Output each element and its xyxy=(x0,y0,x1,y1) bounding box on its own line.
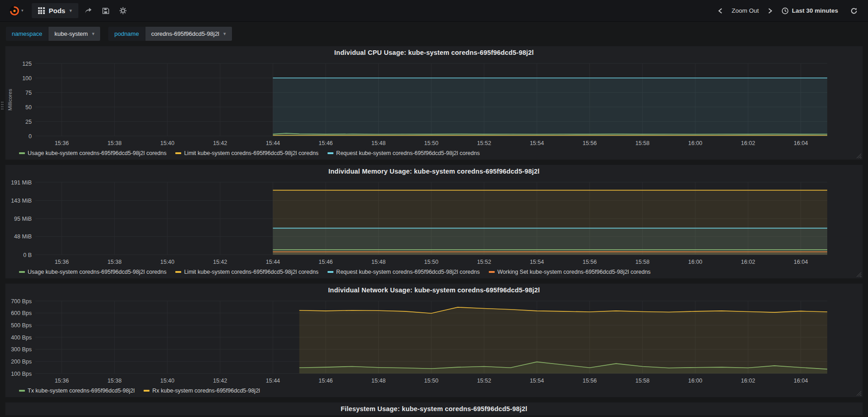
series-fill xyxy=(273,228,827,255)
variable-dropdown-namespace[interactable]: kube-system ▾ xyxy=(48,27,100,41)
svg-text:15:42: 15:42 xyxy=(213,259,227,265)
panel-legend: Tx kube-system coredns-695f96dcd5-98j2lR… xyxy=(5,387,863,397)
series-fill xyxy=(273,78,827,136)
legend-swatch-icon xyxy=(175,152,181,154)
legend-swatch-icon xyxy=(328,152,333,154)
svg-text:0 B: 0 B xyxy=(23,252,32,258)
svg-text:16:02: 16:02 xyxy=(741,259,755,265)
settings-button[interactable] xyxy=(115,3,131,18)
chevron-down-icon: ▾ xyxy=(92,31,95,36)
svg-text:15:42: 15:42 xyxy=(213,140,227,146)
legend-item[interactable]: Request kube-system coredns-695f96dcd5-9… xyxy=(328,269,480,275)
svg-text:100: 100 xyxy=(22,75,32,82)
panel-title[interactable]: Individual CPU Usage: kube-system coredn… xyxy=(5,46,863,59)
legend-item[interactable]: Working Set kube-system coredns-695f96dc… xyxy=(489,269,651,275)
legend-label: Usage kube-system coredns-695f96dcd5-98j… xyxy=(28,150,166,156)
legend-swatch-icon xyxy=(175,271,181,273)
legend-swatch-icon xyxy=(328,271,333,273)
svg-text:15:44: 15:44 xyxy=(266,259,280,265)
panel-drag-handle[interactable] xyxy=(1,101,4,110)
chevron-left-icon xyxy=(718,8,723,14)
svg-text:15:52: 15:52 xyxy=(477,140,491,146)
svg-text:125: 125 xyxy=(22,61,32,67)
svg-text:15:54: 15:54 xyxy=(530,378,544,384)
svg-text:15:40: 15:40 xyxy=(160,140,174,146)
svg-text:15:46: 15:46 xyxy=(318,259,333,265)
time-range-button[interactable]: Last 30 minutes xyxy=(778,4,842,18)
share-button[interactable] xyxy=(80,3,96,18)
svg-text:16:00: 16:00 xyxy=(688,259,702,265)
svg-text:100 Bps: 100 Bps xyxy=(11,371,32,377)
svg-text:16:00: 16:00 xyxy=(688,140,702,146)
time-controls: Zoom Out Last 30 minutes xyxy=(714,4,862,18)
svg-text:15:48: 15:48 xyxy=(371,378,386,384)
svg-text:0: 0 xyxy=(29,133,32,140)
svg-text:143 MiB: 143 MiB xyxy=(11,198,32,204)
panel-title[interactable]: Individual Network Usage: kube-system co… xyxy=(5,284,863,296)
variable-label-namespace: namespace xyxy=(6,27,48,41)
submenu-variables: namespace kube-system ▾ podname coredns-… xyxy=(0,22,868,46)
svg-text:500 Bps: 500 Bps xyxy=(11,322,32,329)
svg-text:95 MiB: 95 MiB xyxy=(14,216,32,222)
panel-memory-usage: Individual Memory Usage: kube-system cor… xyxy=(5,165,863,279)
panel-legend: Usage kube-system coredns-695f96dcd5-98j… xyxy=(5,268,863,278)
save-icon xyxy=(102,7,109,15)
legend-label: Tx kube-system coredns-695f96dcd5-98j2l xyxy=(28,388,135,394)
legend-item[interactable]: Tx kube-system coredns-695f96dcd5-98j2l xyxy=(19,388,135,394)
svg-text:15:50: 15:50 xyxy=(424,378,438,384)
gear-icon xyxy=(119,7,127,15)
dashboard-picker-button[interactable]: Pods ▾ xyxy=(32,3,78,18)
panel-network-usage: Individual Network Usage: kube-system co… xyxy=(5,283,863,398)
svg-text:50: 50 xyxy=(25,104,32,111)
share-icon xyxy=(84,7,92,15)
variable-podname: podname coredns-695f96dcd5-98j2l ▾ xyxy=(108,27,231,41)
grafana-logo-icon xyxy=(9,5,20,16)
legend-item[interactable]: Limit kube-system coredns-695f96dcd5-98j… xyxy=(175,269,318,275)
chart-canvas[interactable]: 15:3615:3815:4015:4215:4415:4615:4815:50… xyxy=(5,59,862,150)
dashboard-grid-icon xyxy=(38,7,45,14)
variable-value-text: kube-system xyxy=(54,30,88,37)
clock-icon xyxy=(781,7,789,15)
legend-item[interactable]: Request kube-system coredns-695f96dcd5-9… xyxy=(328,150,480,156)
legend-item[interactable]: Usage kube-system coredns-695f96dcd5-98j… xyxy=(19,150,166,156)
legend-swatch-icon xyxy=(19,390,25,392)
chart-canvas[interactable]: 15:3615:3815:4015:4215:4415:4615:4815:50… xyxy=(5,296,862,387)
zoom-out-button[interactable]: Zoom Out xyxy=(728,4,762,18)
variable-label-podname: podname xyxy=(108,27,145,41)
panel-title[interactable]: Filesystem Usage: kube-system coredns-69… xyxy=(5,402,863,415)
time-shift-back-button[interactable] xyxy=(714,4,727,18)
legend-item[interactable]: Usage kube-system coredns-695f96dcd5-98j… xyxy=(19,269,166,275)
chart-canvas[interactable]: 15:3615:3815:4015:4215:4415:4615:4815:50… xyxy=(5,178,862,268)
svg-text:15:58: 15:58 xyxy=(635,378,649,384)
variable-dropdown-podname[interactable]: coredns-695f96dcd5-98j2l ▾ xyxy=(145,27,232,41)
legend-swatch-icon xyxy=(19,152,25,154)
series-fill xyxy=(299,307,827,373)
svg-text:300 Bps: 300 Bps xyxy=(11,346,32,353)
refresh-button[interactable] xyxy=(846,4,862,18)
legend-item[interactable]: Rx kube-system coredns-695f96dcd5-98j2l xyxy=(144,388,260,394)
time-range-label: Last 30 minutes xyxy=(792,7,838,14)
svg-text:15:38: 15:38 xyxy=(107,378,121,384)
svg-text:400 Bps: 400 Bps xyxy=(11,335,32,341)
legend-label: Request kube-system coredns-695f96dcd5-9… xyxy=(336,269,480,275)
panel-filesystem-usage: Filesystem Usage: kube-system coredns-69… xyxy=(5,402,863,416)
dashboard-panels: Individual CPU Usage: kube-system coredn… xyxy=(0,46,868,416)
legend-item[interactable]: Limit kube-system coredns-695f96dcd5-98j… xyxy=(175,150,318,156)
svg-text:15:58: 15:58 xyxy=(635,259,649,265)
dashboard-title: Pods xyxy=(49,7,66,15)
chevron-down-icon: ▾ xyxy=(223,31,226,36)
time-shift-forward-button[interactable] xyxy=(763,4,777,18)
panel-title[interactable]: Individual Memory Usage: kube-system cor… xyxy=(5,165,863,178)
svg-text:16:04: 16:04 xyxy=(794,378,808,384)
svg-text:15:52: 15:52 xyxy=(477,259,491,265)
chevron-down-icon: ▾ xyxy=(21,9,24,13)
legend-swatch-icon xyxy=(489,271,495,273)
svg-text:15:48: 15:48 xyxy=(371,140,386,146)
svg-text:15:36: 15:36 xyxy=(55,140,69,146)
svg-text:15:40: 15:40 xyxy=(160,378,174,384)
grafana-logo-button[interactable]: ▾ xyxy=(6,4,26,18)
svg-text:15:50: 15:50 xyxy=(424,259,438,265)
svg-text:191 MiB: 191 MiB xyxy=(11,179,32,186)
legend-label: Limit kube-system coredns-695f96dcd5-98j… xyxy=(184,269,318,275)
save-button[interactable] xyxy=(98,4,113,18)
